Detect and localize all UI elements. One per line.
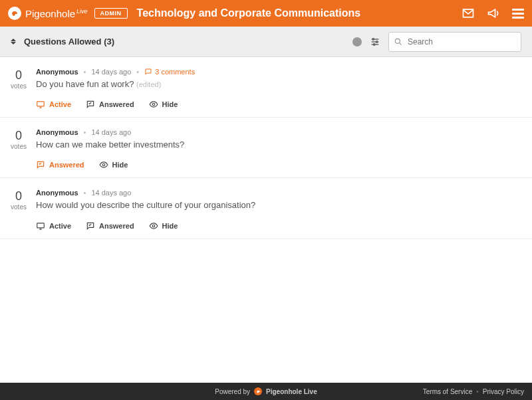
- answered-button[interactable]: Answered: [86, 100, 134, 109]
- time-label: 14 days ago: [91, 128, 131, 136]
- question-meta: Anonymous•14 days ago: [36, 128, 524, 136]
- search-icon: [394, 37, 403, 47]
- filter-sliders-icon[interactable]: [370, 37, 380, 47]
- filter-bar: Questions Allowed (3): [0, 27, 532, 57]
- questions-count-label: Questions Allowed (3): [24, 37, 344, 47]
- active-button-icon: [36, 221, 45, 231]
- app-footer: Powered by Pigeonhole Live Terms of Serv…: [0, 383, 532, 400]
- hide-button-icon: [99, 160, 108, 169]
- header-actions: [462, 7, 524, 20]
- votes-col[interactable]: 0votes: [8, 68, 29, 109]
- svg-point-3: [395, 39, 400, 43]
- privacy-link[interactable]: Privacy Policy: [483, 388, 524, 395]
- time-label: 14 days ago: [91, 189, 131, 197]
- svg-rect-4: [37, 102, 45, 106]
- app-header: PigeonholeLive ADMIN Technology and Corp…: [0, 0, 532, 27]
- answered-button[interactable]: Answered: [86, 221, 134, 231]
- question-meta: Anonymous•14 days ago•3 comments: [36, 68, 524, 76]
- svg-point-1: [376, 41, 378, 43]
- vote-label: votes: [8, 82, 29, 90]
- sort-toggle-icon[interactable]: [11, 39, 16, 45]
- powered-by-label: Powered by: [215, 388, 250, 395]
- active-button-icon: [36, 100, 45, 109]
- svg-point-5: [152, 103, 155, 106]
- footer-brand-text: Pigeonhole Live: [266, 388, 317, 395]
- question-text: Do you have fun at work? (edited): [36, 78, 524, 90]
- footer-separator: •: [476, 388, 479, 395]
- page-title: Technology and Corporate Communications: [137, 7, 455, 19]
- question-row: 0votesAnonymous•14 days agoHow can we ma…: [0, 118, 532, 178]
- time-label: 14 days ago: [91, 68, 131, 76]
- author-label: Anonymous: [36, 189, 78, 197]
- active-button[interactable]: Active: [36, 221, 71, 231]
- vote-count: 0: [8, 130, 29, 142]
- search-box: [388, 32, 521, 52]
- question-actions: ActiveAnsweredHide: [36, 100, 524, 109]
- hide-button[interactable]: Hide: [99, 160, 128, 169]
- svg-point-0: [372, 38, 374, 40]
- answered-button-icon: [86, 221, 95, 231]
- brand-logo[interactable]: PigeonholeLive: [8, 7, 88, 20]
- footer-pigeon-icon: [254, 387, 262, 395]
- search-input[interactable]: [388, 32, 521, 52]
- answered-button-icon: [86, 100, 95, 109]
- svg-point-8: [152, 225, 155, 227]
- vote-count: 0: [8, 190, 29, 202]
- author-label: Anonymous: [36, 68, 78, 76]
- hide-button[interactable]: Hide: [149, 100, 178, 109]
- question-actions: AnsweredHide: [36, 160, 524, 169]
- footer-brand: Powered by Pigeonhole Live: [215, 387, 317, 395]
- author-label: Anonymous: [36, 128, 78, 136]
- question-content: Anonymous•14 days ago•3 commentsDo you h…: [36, 68, 524, 109]
- announce-icon[interactable]: [487, 7, 500, 20]
- question-meta: Anonymous•14 days ago: [36, 189, 524, 197]
- votes-col[interactable]: 0votes: [8, 189, 29, 230]
- question-list: 0votesAnonymous•14 days ago•3 commentsDo…: [0, 57, 532, 383]
- question-content: Anonymous•14 days agoHow would you descr…: [36, 189, 524, 230]
- hide-button-icon: [149, 100, 158, 109]
- admin-badge: ADMIN: [94, 8, 128, 19]
- question-text: How can we make better investments?: [36, 139, 524, 151]
- hide-button[interactable]: Hide: [149, 221, 178, 231]
- brand-text: PigeonholeLive: [25, 8, 88, 19]
- answered-button-icon: [36, 160, 45, 169]
- menu-icon[interactable]: [512, 9, 524, 19]
- question-row: 0votesAnonymous•14 days agoHow would you…: [0, 178, 532, 239]
- votes-col[interactable]: 0votes: [8, 128, 29, 169]
- hide-button-icon: [149, 221, 158, 231]
- pigeon-icon: [8, 7, 21, 20]
- svg-point-6: [102, 164, 105, 167]
- svg-rect-7: [37, 223, 45, 227]
- vote-label: votes: [8, 203, 29, 211]
- mail-icon[interactable]: [462, 7, 475, 20]
- vote-count: 0: [8, 69, 29, 81]
- status-indicator-icon[interactable]: [352, 37, 362, 47]
- active-button[interactable]: Active: [36, 100, 71, 109]
- svg-point-2: [373, 43, 375, 45]
- footer-links: Terms of Service • Privacy Policy: [423, 388, 524, 395]
- edited-label: (edited): [136, 80, 161, 88]
- question-text: How would you describe the culture of yo…: [36, 199, 524, 211]
- terms-link[interactable]: Terms of Service: [423, 388, 472, 395]
- question-content: Anonymous•14 days agoHow can we make bet…: [36, 128, 524, 169]
- vote-label: votes: [8, 143, 29, 150]
- question-row: 0votesAnonymous•14 days ago•3 commentsDo…: [0, 57, 532, 118]
- comment-icon: [144, 68, 152, 76]
- question-actions: ActiveAnsweredHide: [36, 221, 524, 231]
- answered-button[interactable]: Answered: [36, 160, 84, 169]
- comments-link[interactable]: 3 comments: [144, 68, 195, 76]
